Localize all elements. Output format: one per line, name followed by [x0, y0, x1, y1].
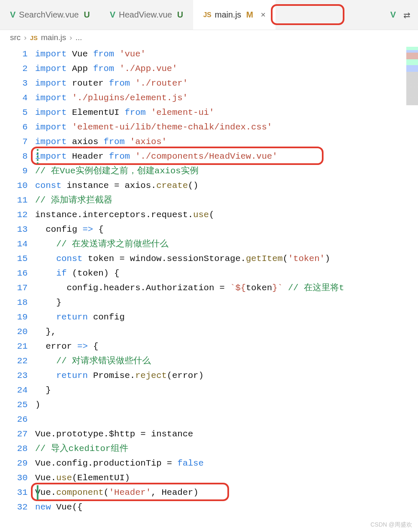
annotation-highlight	[271, 4, 344, 25]
git-status-u: U	[84, 10, 89, 20]
line-number: 25	[0, 398, 28, 412]
code-content[interactable]: import Vue from 'vue'import App from './…	[35, 47, 418, 514]
line-number: 24	[0, 383, 28, 398]
line-number: 32	[0, 500, 28, 514]
code-line[interactable]: // 对请求错误做些什么	[35, 354, 418, 368]
line-number: 20	[0, 324, 28, 339]
editor-tabs: V SearchView.vue U V HeadView.vue U JS m…	[0, 0, 418, 30]
breadcrumb-segment[interactable]: main.js	[41, 33, 66, 42]
code-line[interactable]: }	[35, 383, 418, 398]
line-number: 10	[0, 178, 28, 193]
code-line[interactable]: Vue.prototype.$http = instance	[35, 427, 418, 441]
code-line[interactable]: }	[35, 295, 418, 310]
git-status-u: U	[177, 10, 183, 20]
breadcrumb-segment[interactable]: src	[10, 33, 20, 42]
code-line[interactable]: new Vue({	[35, 500, 418, 514]
line-number: 17	[0, 281, 28, 295]
vue-icon[interactable]: V	[390, 10, 396, 20]
code-line[interactable]: // 添加请求拦截器	[35, 193, 418, 208]
minimap[interactable]	[406, 47, 418, 105]
code-line[interactable]: config => {	[35, 222, 418, 237]
git-gutter-modified	[37, 149, 38, 164]
git-gutter-added	[37, 485, 38, 500]
code-line[interactable]: instance.interceptors.request.use(	[35, 208, 418, 222]
js-icon: JS	[30, 34, 38, 41]
code-line[interactable]: import './plugins/element.js'	[35, 91, 418, 105]
line-number: 16	[0, 266, 28, 281]
line-number: 11	[0, 193, 28, 208]
tab-label: SearchView.vue	[19, 10, 79, 20]
breadcrumb-segment[interactable]: ...	[76, 33, 82, 42]
close-icon[interactable]: ×	[261, 10, 266, 20]
line-number: 19	[0, 310, 28, 324]
line-number: 9	[0, 164, 28, 178]
line-number: 4	[0, 91, 28, 105]
line-number: 12	[0, 208, 28, 222]
line-number: 27	[0, 427, 28, 441]
code-line[interactable]: // 在Vue实例创建之前，创建axios实例	[35, 164, 418, 178]
tab-headview[interactable]: V HeadView.vue U	[100, 0, 193, 30]
tab-label: main.js	[215, 10, 241, 20]
line-number: 8	[0, 149, 28, 164]
code-line[interactable]: Vue.use(ElementUI)	[35, 471, 418, 485]
code-line[interactable]: import App from './App.vue'	[35, 61, 418, 76]
code-line[interactable]: // 在发送请求之前做些什么	[35, 237, 418, 251]
code-line[interactable]: import axios from 'axios'	[35, 134, 418, 149]
line-number: 30	[0, 471, 28, 485]
code-line[interactable]: error => {	[35, 339, 418, 354]
code-line[interactable]: },	[35, 324, 418, 339]
line-number: 23	[0, 368, 28, 383]
code-line[interactable]: if (token) {	[35, 266, 418, 281]
js-icon: JS	[203, 11, 212, 19]
line-number: 15	[0, 251, 28, 266]
line-number: 26	[0, 412, 28, 427]
chevron-right-icon: ›	[69, 33, 72, 42]
code-line[interactable]: import Vue from 'vue'	[35, 47, 418, 61]
line-number: 14	[0, 237, 28, 251]
code-line[interactable]: config.headers.Authorization = `${token}…	[35, 281, 418, 295]
code-editor[interactable]: 1234567891011121314151617181920212223242…	[0, 45, 418, 514]
code-line[interactable]: import 'element-ui/lib/theme-chalk/index…	[35, 120, 418, 134]
code-line[interactable]: const instance = axios.create()	[35, 178, 418, 193]
code-line[interactable]: Vue.config.productionTip = false	[35, 456, 418, 471]
line-number: 2	[0, 61, 28, 76]
code-line[interactable]: return Promise.reject(error)	[35, 368, 418, 383]
line-number: 18	[0, 295, 28, 310]
code-line[interactable]: import ElementUI from 'element-ui'	[35, 105, 418, 120]
watermark: CSDN @周盛欢	[370, 521, 412, 529]
code-line[interactable]: )	[35, 398, 418, 412]
line-number: 28	[0, 441, 28, 456]
line-number: 21	[0, 339, 28, 354]
code-line[interactable]: import router from './router'	[35, 76, 418, 91]
vue-icon: V	[10, 10, 15, 20]
code-line[interactable]: // 导入ckeditor组件	[35, 441, 418, 456]
tab-label: HeadView.vue	[119, 10, 172, 20]
code-line[interactable]: Vue.component('Header', Header)	[35, 485, 418, 500]
tab-searchview[interactable]: V SearchView.vue U	[0, 0, 100, 30]
line-number: 1	[0, 47, 28, 61]
line-number: 22	[0, 354, 28, 368]
compare-icon[interactable]: ⇄	[403, 10, 410, 20]
line-number: 6	[0, 120, 28, 134]
line-number: 13	[0, 222, 28, 237]
breadcrumb[interactable]: src › JS main.js › ...	[0, 30, 418, 45]
line-number: 31	[0, 485, 28, 500]
code-line[interactable]	[35, 412, 418, 427]
vue-icon: V	[110, 10, 115, 20]
git-status-m: M	[246, 10, 253, 20]
line-number: 7	[0, 134, 28, 149]
tab-mainjs[interactable]: JS main.js M ×	[193, 0, 275, 30]
chevron-right-icon: ›	[24, 33, 26, 42]
line-number-gutter: 1234567891011121314151617181920212223242…	[0, 47, 35, 514]
code-line[interactable]: import Header from './components/HeadVie…	[35, 149, 418, 164]
code-line[interactable]: return config	[35, 310, 418, 324]
code-line[interactable]: const token = window.sessionStorage.getI…	[35, 251, 418, 266]
line-number: 29	[0, 456, 28, 471]
line-number: 5	[0, 105, 28, 120]
line-number: 3	[0, 76, 28, 91]
